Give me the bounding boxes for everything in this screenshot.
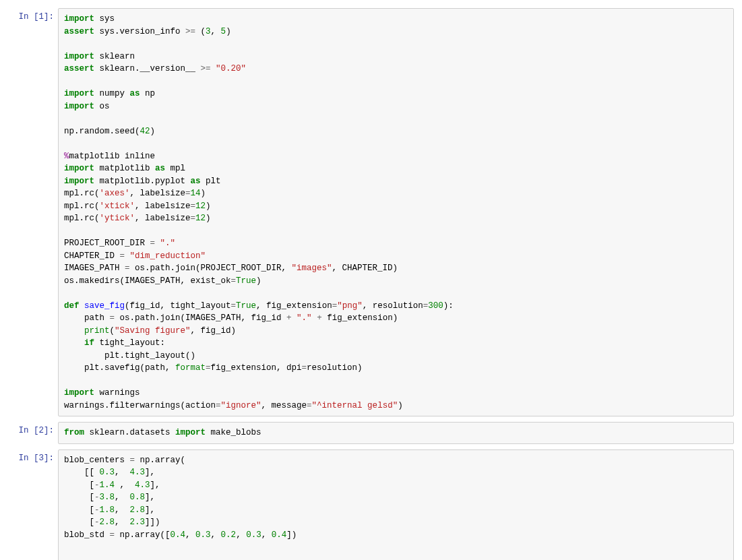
code-content[interactable]: import sys assert sys.version_info >= (3… [64, 13, 728, 412]
code-cell: In [3]:blob_centers = np.array( [[ 0.3, … [8, 449, 734, 561]
input-area[interactable]: import sys assert sys.version_info >= (3… [58, 8, 734, 416]
input-prompt: In [1]: [8, 8, 58, 416]
code-content[interactable]: blob_centers = np.array( [[ 0.3, 4.3], [… [64, 454, 728, 561]
notebook-container: In [1]:import sys assert sys.version_inf… [8, 8, 734, 560]
code-cell: In [1]:import sys assert sys.version_inf… [8, 8, 734, 416]
input-area[interactable]: blob_centers = np.array( [[ 0.3, 4.3], [… [58, 449, 734, 561]
code-content[interactable]: from sklearn.datasets import make_blobs [64, 427, 728, 439]
code-cell: In [2]:from sklearn.datasets import make… [8, 422, 734, 444]
input-prompt: In [2]: [8, 422, 58, 444]
input-area[interactable]: from sklearn.datasets import make_blobs [58, 422, 734, 444]
input-prompt: In [3]: [8, 449, 58, 561]
